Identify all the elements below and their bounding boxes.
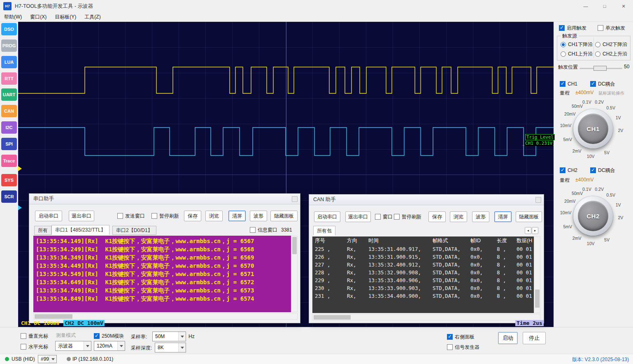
scrollbar-thumb[interactable]: [35, 314, 72, 319]
sidebar-item-lua[interactable]: LUA: [1, 56, 17, 68]
tab-scroll-right-button[interactable]: ▸: [532, 227, 538, 234]
serial-tab-port1[interactable]: 串口1【485/232/TTL】: [51, 225, 109, 235]
table-row[interactable]: 229 ,Rx,13:35:33.400.906,STD,DATA,0x0,8 …: [312, 276, 534, 284]
sidebar-item-can[interactable]: CAN: [1, 105, 17, 117]
radio-ch1-rising-edge[interactable]: CH1上升沿: [561, 51, 593, 57]
current-select[interactable]: 120mA: [94, 341, 125, 351]
measure-mode-select[interactable]: 示波器: [55, 341, 91, 351]
knob-face[interactable]: CH1: [578, 114, 608, 144]
radio-ch2-falling-edge[interactable]: CH2下降沿: [595, 41, 627, 48]
table-cell: 00 01: [514, 246, 534, 252]
right-panel-checkbox[interactable]: 右侧面板: [447, 334, 475, 340]
radio-dot: [561, 51, 566, 57]
menu-item[interactable]: 窗口(X): [26, 12, 51, 22]
serial-open-button[interactable]: 启动串口: [35, 211, 62, 221]
table-row[interactable]: 225 ,Rx,13:35:31.400.917,STD,DATA,0x0,8 …: [312, 245, 534, 253]
can-open-button[interactable]: 启动串口: [314, 211, 340, 222]
sidebar-item-scr[interactable]: SCR: [1, 190, 17, 203]
can-horizontal-scrollbar[interactable]: [312, 314, 540, 320]
serial-terminal[interactable]: [13:35:34.149][Rx] K1按键按下，安富莱电子，www.armb…: [33, 236, 291, 312]
serial-exit-button[interactable]: 退出串口: [69, 211, 94, 221]
knob-ring[interactable]: CH1: [573, 109, 613, 148]
serial-vertical-scrollbar[interactable]: [291, 236, 298, 312]
table-row[interactable]: 227 ,Rx,13:35:32.400.912,STD,DATA,0x0,8 …: [312, 261, 534, 269]
knob-face[interactable]: CH2: [578, 201, 608, 231]
module-250m-checkbox[interactable]: 250M模块: [94, 333, 124, 339]
serial-window-titlebar[interactable]: 串口助手: [29, 194, 300, 204]
sample-rate-select[interactable]: 50M: [152, 332, 186, 341]
serial-horizontal-scrollbar[interactable]: [33, 313, 298, 320]
serial-info-window-checkbox[interactable]: 信息窗口: [250, 227, 277, 233]
scrollbar-thumb[interactable]: [292, 237, 297, 254]
sidebar-item-sys[interactable]: SYS: [1, 174, 17, 186]
radio-ch1-falling-edge[interactable]: CH1下降沿: [561, 41, 593, 48]
sidebar-item-rtt[interactable]: RTT: [1, 72, 17, 85]
sample-depth-select[interactable]: 8K: [155, 343, 186, 352]
scrollbar-thumb[interactable]: [535, 290, 540, 308]
can-hide-panel-button[interactable]: 隐藏面板: [516, 211, 542, 222]
can-tab-all-packets[interactable]: 所有包: [313, 226, 335, 236]
horizontal-cursor-checkbox[interactable]: 水平光标: [21, 343, 48, 350]
trigger-position-slider-thumb[interactable]: [593, 66, 607, 71]
can-save-button[interactable]: 保存: [428, 211, 446, 222]
enable-trigger-checkbox[interactable]: 启用触发: [559, 25, 586, 31]
vertical-cursor-checkbox[interactable]: 垂直光标: [21, 333, 48, 339]
scrollbar-thumb[interactable]: [314, 315, 351, 320]
start-button[interactable]: 启动: [498, 332, 518, 344]
serial-browse-button[interactable]: 浏览: [205, 211, 223, 221]
device-number-select[interactable]: #99: [38, 355, 57, 363]
ch2-position-marker[interactable]: [18, 205, 22, 210]
sidebar-item-prog[interactable]: PROG: [1, 39, 17, 52]
serial-tab-all[interactable]: 所有: [34, 226, 51, 235]
statusbar: USB (HID) #99 IP (192.168.0.101) 版本: V2.…: [0, 354, 633, 364]
can-pause-refresh-checkbox[interactable]: 暂停刷新: [394, 213, 421, 220]
sidebar-item-uart[interactable]: UART: [1, 88, 17, 101]
serial-send-window-checkbox[interactable]: 发送窗口: [117, 213, 145, 219]
serial-window-button[interactable]: [292, 196, 298, 202]
sidebar-item-trace[interactable]: Trace: [1, 155, 17, 167]
ch2-range-knob[interactable]: CH2 0.1V0.2V0.5V1V2V5V10V2mV5mV10mV20mV5…: [555, 186, 631, 248]
serial-hide-panel-button[interactable]: 隐藏面板: [270, 211, 298, 221]
radio-ch2-rising-edge[interactable]: CH2上升沿: [595, 51, 627, 57]
maximize-button[interactable]: □: [595, 0, 614, 12]
table-cell: 8 ,: [494, 269, 514, 276]
serial-tab-port2[interactable]: 串口2【D0/D1】: [112, 226, 156, 235]
table-row[interactable]: 226 ,Rx,13:35:31.900.915,STD,DATA,0x0,8 …: [312, 253, 534, 261]
serial-clear-button[interactable]: 清屏: [228, 211, 246, 221]
can-vertical-scrollbar[interactable]: [534, 236, 540, 313]
can-frames-table[interactable]: 序号方向时间帧格式帧ID长度数据(H225 ,Rx,13:35:31.400.9…: [312, 236, 534, 313]
close-button[interactable]: ✕: [614, 0, 633, 12]
sidebar-item-dso[interactable]: DSO: [1, 23, 17, 35]
stop-button[interactable]: 停止: [523, 332, 546, 344]
can-browse-button[interactable]: 浏览: [450, 211, 467, 222]
minimize-button[interactable]: —: [576, 0, 595, 12]
ch1-range-knob[interactable]: CH1 0.1V0.2V0.5V1V2V5V10V2mV5mV10mV20mV5…: [555, 99, 631, 160]
single-trigger-checkbox[interactable]: 单次触发: [598, 25, 625, 31]
ch2-enable-checkbox[interactable]: CH2: [560, 167, 577, 174]
tab-scroll-left-button[interactable]: ◂: [525, 227, 531, 234]
sidebar-item-i2c[interactable]: I2C: [1, 121, 17, 134]
serial-save-button[interactable]: 保存: [184, 211, 201, 221]
menu-item[interactable]: 目标板(Y): [51, 12, 80, 22]
ch1-position-marker[interactable]: [18, 166, 22, 171]
column-header: 时间: [366, 237, 430, 244]
serial-pause-refresh-checkbox[interactable]: 暂停刷新: [151, 213, 179, 219]
can-wave-button[interactable]: 波形: [472, 211, 489, 222]
table-row[interactable]: 228 ,Rx,13:35:32.900.908,STD,DATA,0x0,8 …: [312, 269, 534, 276]
signal-generator-checkbox[interactable]: 信号发生器: [447, 344, 479, 350]
can-window-button[interactable]: [535, 197, 541, 203]
sidebar-item-spi[interactable]: SPI: [1, 138, 17, 150]
menu-item[interactable]: 帮助(W): [0, 12, 26, 22]
knob-ring[interactable]: CH2: [573, 196, 613, 236]
can-window-titlebar[interactable]: CAN 助手: [309, 195, 544, 205]
serial-wave-button[interactable]: 波形: [250, 211, 267, 221]
can-exit-button[interactable]: 退出串口: [345, 211, 371, 222]
ch1-enable-checkbox[interactable]: CH1: [560, 81, 577, 87]
ch2-dc-coupling-checkbox[interactable]: DC耦合: [590, 167, 615, 174]
can-window-checkbox[interactable]: 窗口: [375, 213, 393, 220]
table-row[interactable]: 231 ,Rx,13:35:34.400.900,STD,DATA,0x0,8 …: [312, 292, 534, 300]
ch1-dc-coupling-checkbox[interactable]: DC耦合: [590, 81, 615, 87]
table-row[interactable]: 230 ,Rx,13:35:33.900.903,STD,DATA,0x0,8 …: [312, 284, 534, 292]
menu-item[interactable]: 工具(Z): [80, 12, 105, 22]
can-clear-button[interactable]: 清屏: [494, 211, 512, 222]
